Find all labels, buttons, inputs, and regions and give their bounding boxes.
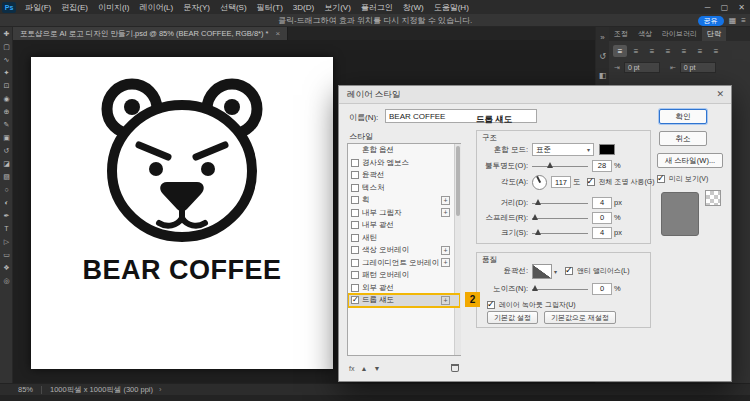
- justify-all-icon[interactable]: ≡: [709, 45, 723, 57]
- indent-input[interactable]: 0 pt: [624, 62, 660, 73]
- style-checkbox[interactable]: [351, 246, 359, 254]
- menu-item[interactable]: 필터(T): [252, 2, 288, 13]
- preview-checkbox[interactable]: [657, 175, 665, 183]
- style-checkbox[interactable]: [351, 234, 359, 242]
- justify-last-right-icon[interactable]: ≡: [693, 45, 707, 57]
- style-name-input[interactable]: BEAR COFFEE: [385, 109, 537, 123]
- close-icon[interactable]: ✕: [733, 0, 750, 14]
- global-light-checkbox[interactable]: [587, 178, 595, 186]
- menu-item[interactable]: 선택(S): [215, 2, 252, 13]
- eraser-tool[interactable]: ◪: [0, 157, 13, 170]
- workspace-switcher-icon[interactable]: ▦: [729, 16, 737, 25]
- menu-item[interactable]: 편집(E): [56, 2, 93, 13]
- history-panel-icon[interactable]: ↺: [599, 52, 606, 61]
- history-brush-tool[interactable]: ↺: [0, 144, 13, 157]
- cancel-button[interactable]: 취소: [659, 131, 707, 146]
- add-effect-icon[interactable]: [441, 208, 450, 217]
- menu-item[interactable]: 창(W): [398, 2, 429, 13]
- panel-menu-icon[interactable]: ≡: [741, 16, 746, 25]
- panel-tab[interactable]: 조정: [609, 27, 633, 41]
- slider-thumb[interactable]: [547, 162, 553, 168]
- antialias-checkbox[interactable]: [565, 267, 573, 275]
- marquee-tool[interactable]: ▢: [0, 40, 13, 53]
- list-scrollbar[interactable]: [454, 144, 461, 355]
- align-center-icon[interactable]: ≡: [629, 45, 643, 57]
- move-effect-up-icon[interactable]: ▲: [360, 365, 367, 372]
- quick-selection-tool[interactable]: ✦: [0, 66, 13, 79]
- style-list-item[interactable]: 새틴: [348, 232, 460, 245]
- menu-item[interactable]: 레이어(L): [134, 2, 178, 13]
- new-style-button[interactable]: 새 스타일(W)...: [657, 153, 723, 168]
- style-list-item[interactable]: 외부 광선: [348, 282, 460, 295]
- style-checkbox[interactable]: [351, 171, 359, 179]
- style-list-item[interactable]: 획: [348, 194, 460, 207]
- crop-tool[interactable]: ⊡: [0, 79, 13, 92]
- style-checkbox[interactable]: [351, 271, 359, 279]
- chevron-down-icon[interactable]: [554, 268, 557, 275]
- size-slider[interactable]: [532, 228, 588, 237]
- panel-tab[interactable]: 라이브러리: [657, 27, 702, 41]
- style-checkbox[interactable]: [351, 284, 359, 292]
- style-checkbox[interactable]: [351, 209, 359, 217]
- add-effect-icon[interactable]: [441, 296, 450, 305]
- add-effect-icon[interactable]: [441, 246, 450, 255]
- style-list-item[interactable]: 텍스처: [348, 182, 460, 195]
- ok-button[interactable]: 확인: [659, 109, 707, 124]
- chevron-right-icon[interactable]: ›: [159, 385, 162, 394]
- spread-input[interactable]: 0: [592, 212, 612, 224]
- style-checkbox[interactable]: [351, 184, 359, 192]
- indent-input[interactable]: 0 pt: [680, 62, 716, 73]
- properties-panel-icon[interactable]: ◧: [599, 71, 607, 80]
- menu-item[interactable]: 파일(F): [20, 2, 56, 13]
- style-list-item[interactable]: 혼합 옵션: [348, 144, 460, 157]
- move-tool[interactable]: ✚: [0, 27, 13, 40]
- lasso-tool[interactable]: ∿: [0, 53, 13, 66]
- type-tool[interactable]: T: [0, 222, 13, 235]
- add-effect-icon[interactable]: [441, 258, 450, 267]
- style-list-item[interactable]: 그레이디언트 오버레이: [348, 257, 460, 270]
- distance-slider[interactable]: [532, 198, 588, 207]
- panel-tab[interactable]: 색상: [633, 27, 657, 41]
- eyedropper-tool[interactable]: ◉: [0, 92, 13, 105]
- style-checkbox[interactable]: [351, 296, 359, 304]
- menu-item[interactable]: 플러그인: [356, 2, 398, 13]
- slider-thumb[interactable]: [532, 285, 538, 291]
- hand-tool[interactable]: ❖: [0, 261, 13, 274]
- minimize-icon[interactable]: ─: [699, 0, 716, 14]
- style-list-item[interactable]: 경사와 엠보스: [348, 157, 460, 170]
- angle-dial[interactable]: [532, 175, 547, 190]
- maximize-icon[interactable]: ▢: [716, 0, 733, 14]
- size-input[interactable]: 4: [592, 227, 612, 239]
- shadow-color-swatch[interactable]: [599, 144, 615, 155]
- noise-slider[interactable]: [532, 284, 588, 293]
- shape-tool[interactable]: ▭: [0, 248, 13, 261]
- blur-tool[interactable]: ○: [0, 183, 13, 196]
- style-list-item[interactable]: 내부 그림자: [348, 207, 460, 220]
- slider-thumb[interactable]: [532, 214, 538, 220]
- dialog-titlebar[interactable]: 레이어 스타일: [339, 86, 731, 104]
- style-list-item[interactable]: 윤곽선: [348, 169, 460, 182]
- style-list-item[interactable]: 드롭 섀도: [348, 294, 460, 307]
- layer-knockout-checkbox[interactable]: [487, 301, 495, 309]
- contour-picker[interactable]: [532, 264, 552, 279]
- style-checkbox[interactable]: [351, 159, 359, 167]
- menu-item[interactable]: 보기(V): [319, 2, 356, 13]
- style-list-item[interactable]: 색상 오버레이: [348, 244, 460, 257]
- gradient-tool[interactable]: ▨: [0, 170, 13, 183]
- style-checkbox[interactable]: [351, 196, 359, 204]
- scrollbar-thumb[interactable]: [456, 146, 460, 216]
- delete-effect-icon[interactable]: [451, 364, 459, 372]
- blend-mode-select[interactable]: 표준: [532, 143, 594, 156]
- panel-tab[interactable]: 단락: [702, 27, 726, 41]
- dialog-close-icon[interactable]: ✕: [716, 90, 724, 99]
- spread-slider[interactable]: [532, 213, 588, 222]
- pen-tool[interactable]: ✒: [0, 209, 13, 222]
- style-checkbox[interactable]: [351, 221, 359, 229]
- align-left-icon[interactable]: ≡: [613, 45, 627, 57]
- close-document-icon[interactable]: ×: [276, 29, 281, 38]
- menu-item[interactable]: 이미지(I): [93, 2, 135, 13]
- path-selection-tool[interactable]: ▷: [0, 235, 13, 248]
- opacity-slider[interactable]: [532, 161, 588, 170]
- menu-item[interactable]: 도움말(H): [429, 2, 474, 13]
- dodge-tool[interactable]: ◐: [0, 196, 13, 209]
